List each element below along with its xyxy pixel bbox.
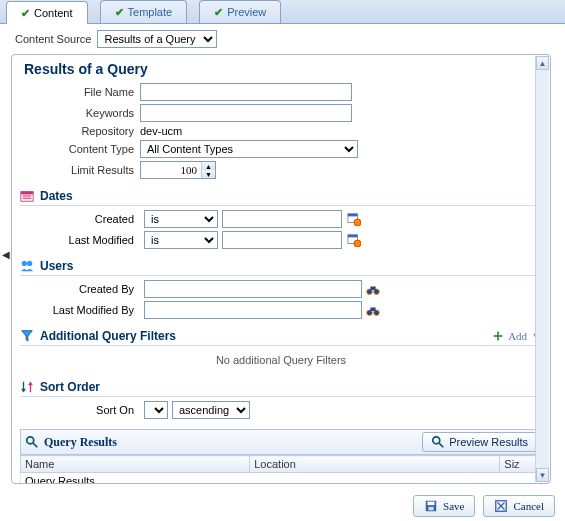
no-filters-text: No additional Query Filters — [20, 350, 542, 370]
results-grid: Name Location Siz Query Results — [20, 455, 542, 484]
sort-section-header: Sort Order — [20, 378, 542, 397]
modified-by-field[interactable] — [144, 301, 362, 319]
tab-strip: ✔ Content ✔ Template ✔ Preview — [0, 0, 565, 24]
users-icon — [20, 259, 34, 273]
svg-rect-20 — [494, 335, 503, 337]
plus-icon — [491, 329, 505, 343]
limit-results-stepper[interactable]: ▲ ▼ — [140, 161, 216, 179]
floppy-icon — [424, 499, 438, 513]
binoculars-icon[interactable] — [366, 281, 380, 297]
calendar-picker-icon[interactable] — [346, 232, 362, 248]
created-date-field[interactable] — [222, 210, 342, 228]
footer-buttons: Save Cancel — [413, 495, 555, 517]
table-row: Query Results — [21, 473, 542, 485]
chevron-left-icon: ◀ — [2, 249, 10, 260]
created-by-label: Created By — [20, 283, 140, 295]
sort-field-select[interactable] — [144, 401, 168, 419]
users-section-header: Users — [20, 257, 542, 276]
svg-line-24 — [439, 443, 443, 447]
svg-point-12 — [27, 261, 32, 266]
magnifier-icon — [25, 435, 39, 449]
check-icon: ✔ — [214, 6, 223, 19]
check-icon: ✔ — [115, 6, 124, 19]
file-name-field[interactable] — [140, 83, 352, 101]
limit-results-input[interactable] — [141, 162, 201, 178]
file-name-label: File Name — [20, 86, 140, 98]
scroll-down-icon[interactable]: ▼ — [536, 468, 549, 482]
col-name[interactable]: Name — [21, 456, 250, 473]
created-op-select[interactable]: is — [144, 210, 218, 228]
svg-point-7 — [354, 219, 361, 226]
tab-content-label: Content — [34, 7, 73, 19]
calendar-picker-icon[interactable] — [346, 211, 362, 227]
scroll-up-icon[interactable]: ▲ — [536, 56, 549, 70]
vertical-scrollbar[interactable]: ▲ ▼ — [535, 56, 549, 482]
svg-rect-6 — [348, 214, 358, 217]
created-by-field[interactable] — [144, 280, 362, 298]
svg-point-21 — [27, 437, 34, 444]
sort-on-label: Sort On — [20, 404, 140, 416]
users-title: Users — [40, 259, 73, 273]
placeholder-row: Query Results — [21, 473, 542, 485]
save-button[interactable]: Save — [413, 495, 475, 517]
svg-rect-9 — [348, 235, 358, 238]
page-title: Results of a Query — [24, 61, 542, 77]
modified-date-field[interactable] — [222, 231, 342, 249]
collapse-handle[interactable]: ◀ — [0, 24, 11, 484]
repository-value: dev-ucm — [140, 125, 182, 137]
content-type-select[interactable]: All Content Types — [140, 140, 358, 158]
sort-title: Sort Order — [40, 380, 100, 394]
keywords-field[interactable] — [140, 104, 352, 122]
content-type-label: Content Type — [20, 143, 140, 155]
tab-template-label: Template — [128, 6, 173, 18]
filters-section-header: Additional Query Filters Add ▼ — [20, 327, 542, 346]
cancel-icon — [494, 499, 508, 513]
modified-by-label: Last Modified By — [20, 304, 140, 316]
sort-icon — [20, 380, 34, 394]
dates-title: Dates — [40, 189, 73, 203]
calendar-icon — [20, 189, 34, 203]
stepper-up-icon[interactable]: ▲ — [202, 162, 215, 170]
tab-preview-label: Preview — [227, 6, 266, 18]
query-results-header: Query Results Preview Results — [20, 429, 542, 455]
stepper-down-icon[interactable]: ▼ — [202, 170, 215, 178]
modified-label: Last Modified — [20, 234, 140, 246]
created-label: Created — [20, 213, 140, 225]
content-source-select[interactable]: Results of a Query — [97, 30, 217, 48]
svg-rect-15 — [370, 286, 375, 290]
svg-line-22 — [33, 443, 37, 447]
content-source-label: Content Source — [15, 33, 91, 45]
tab-content[interactable]: ✔ Content — [6, 1, 88, 24]
modified-op-select[interactable]: is — [144, 231, 218, 249]
magnifier-icon — [431, 435, 445, 449]
query-results-title: Query Results — [44, 435, 117, 450]
preview-results-button[interactable]: Preview Results — [422, 432, 537, 452]
check-icon: ✔ — [21, 7, 30, 20]
svg-rect-27 — [428, 507, 433, 511]
svg-point-11 — [22, 261, 27, 266]
repository-label: Repository — [20, 125, 140, 137]
filters-title: Additional Query Filters — [40, 329, 176, 343]
funnel-icon — [20, 329, 34, 343]
tab-preview[interactable]: ✔ Preview — [199, 0, 281, 23]
cancel-button[interactable]: Cancel — [483, 495, 555, 517]
svg-rect-26 — [428, 502, 435, 506]
sort-dir-select[interactable]: ascending — [172, 401, 250, 419]
col-location[interactable]: Location — [250, 456, 500, 473]
form-scroll-pane: Results of a Query File Name Keywords Re… — [11, 54, 551, 484]
svg-point-23 — [433, 437, 440, 444]
svg-point-10 — [354, 240, 361, 247]
svg-rect-1 — [21, 192, 33, 195]
add-filter-button[interactable]: Add — [491, 329, 527, 343]
binoculars-icon[interactable] — [366, 302, 380, 318]
keywords-label: Keywords — [20, 107, 140, 119]
svg-rect-18 — [370, 307, 375, 311]
limit-results-label: Limit Results — [20, 164, 140, 176]
dates-section-header: Dates — [20, 187, 542, 206]
tab-template[interactable]: ✔ Template — [100, 0, 188, 23]
